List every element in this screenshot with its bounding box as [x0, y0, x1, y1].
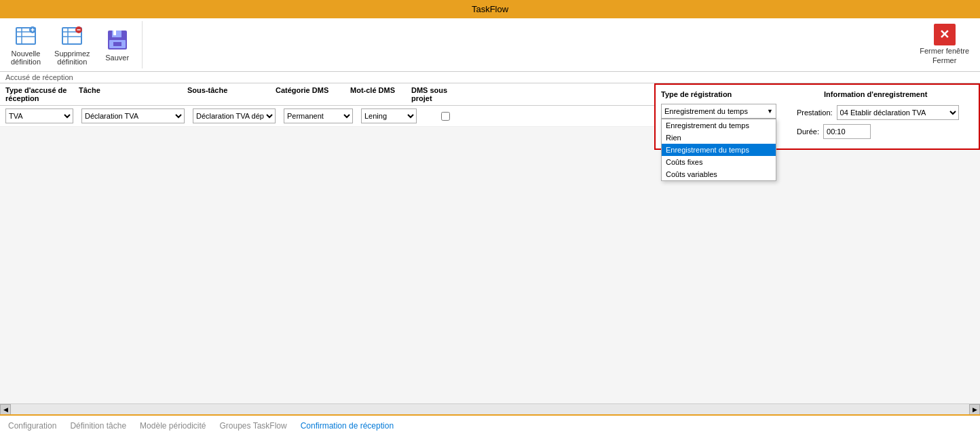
close-icon: ✕	[934, 24, 956, 45]
right-panel-headers: Type de régistration Information d'enreg…	[661, 90, 973, 98]
sauver-button[interactable]: Sauver	[98, 25, 136, 64]
categorie-dms-cell: Permanent	[284, 108, 358, 123]
header-tache: Tâche	[79, 86, 187, 102]
sous-tache-cell: Déclaration TVA dépo	[193, 108, 281, 123]
registration-type-container: Enregistrement du temps ▼ Enregistrement…	[661, 104, 776, 119]
fermer-sub-label: Fermer	[932, 56, 956, 64]
fermer-fenetre-button[interactable]: ✕ Fermer fenêtre Fermer	[914, 21, 975, 68]
fermer-fenetre-label: Fermer fenêtre	[920, 47, 969, 55]
prestation-label: Prestation:	[797, 108, 833, 117]
dropdown-item-couts-variables[interactable]: Coûts variables	[662, 168, 776, 180]
scroll-right-arrow[interactable]: ▶	[969, 404, 980, 415]
tab-modele-periodicite[interactable]: Modèle périodicité	[140, 420, 206, 432]
dms-sous-projet-cell	[425, 109, 466, 123]
dropdown-selected-text: Enregistrement du temps	[664, 107, 748, 115]
header-dms-sous-projet: DMS sousprojet	[411, 86, 452, 102]
registration-info-container: Prestation: 04 Etablir déclaration TVA D…	[797, 105, 959, 143]
scroll-left-arrow[interactable]: ◀	[0, 404, 11, 415]
sous-tache-select[interactable]: Déclaration TVA dépo	[193, 108, 276, 123]
save-icon	[105, 28, 130, 52]
dropdown-item-enregistrement2[interactable]: Enregistrement du temps	[662, 144, 776, 156]
bottom-tabs: Configuration Définition tâche Modèle pé…	[0, 414, 980, 436]
dropdown-item-enregistrement[interactable]: Enregistrement du temps	[662, 119, 776, 132]
mot-cle-dms-select[interactable]: Lening	[361, 108, 417, 123]
toolbar: Nouvelledéfinition Supprimezdéfinition	[0, 18, 980, 72]
supprimez-definition-button[interactable]: Supprimezdéfinition	[49, 21, 96, 68]
header-type-registration: Type de régistration	[661, 90, 783, 98]
dropdown-list: Enregistrement du temps Rien Enregistrem…	[661, 119, 776, 181]
tab-confirmation-reception[interactable]: Confirmation de réception	[301, 420, 394, 432]
dms-sous-projet-checkbox[interactable]	[441, 112, 450, 121]
prestation-row: Prestation: 04 Etablir déclaration TVA	[797, 105, 959, 120]
prestation-select[interactable]: 04 Etablir déclaration TVA	[837, 105, 959, 120]
supprimez-definition-label: Supprimezdéfinition	[54, 49, 90, 66]
sauver-label: Sauver	[105, 54, 129, 62]
tache-cell: Déclaration TVA	[81, 108, 190, 123]
duree-label: Durée:	[797, 127, 819, 136]
right-panel: Type de régistration Information d'enreg…	[654, 83, 980, 150]
type-accuse-cell: TVA	[5, 108, 79, 123]
chevron-down-icon: ▼	[767, 108, 773, 115]
new-table-icon	[14, 24, 38, 48]
tab-configuration[interactable]: Configuration	[8, 420, 56, 432]
dropdown-item-couts-fixes[interactable]: Coûts fixes	[662, 156, 776, 168]
tab-definition-tache[interactable]: Définition tâche	[70, 420, 126, 432]
header-info-enregistrement: Information d'enregistrement	[824, 90, 960, 98]
nouvelle-definition-button[interactable]: Nouvelledéfinition	[5, 21, 46, 68]
section-label: Accusé de réception	[0, 72, 980, 83]
svg-rect-15	[113, 31, 116, 35]
main-content	[0, 127, 980, 403]
toolbar-group-main: Nouvelledéfinition Supprimezdéfinition	[5, 21, 143, 68]
delete-table-icon	[60, 24, 84, 48]
header-mot-cle-dms: Mot-clé DMS	[350, 86, 411, 102]
dropdown-item-rien[interactable]: Rien	[662, 132, 776, 144]
header-type-accuse: Type d'accusé deréception	[5, 86, 79, 102]
tab-groupes-taskflow[interactable]: Groupes TaskFlow	[220, 420, 287, 432]
scroll-track[interactable]	[11, 404, 969, 415]
app-title: TaskFlow	[472, 4, 508, 14]
categorie-dms-select[interactable]: Permanent	[284, 108, 353, 123]
svg-rect-17	[113, 42, 121, 46]
type-accuse-select[interactable]: TVA	[5, 108, 73, 123]
duree-input[interactable]	[823, 124, 871, 139]
nouvelle-definition-label: Nouvelledéfinition	[11, 49, 41, 66]
header-area: Type d'accusé deréception Tâche Sous-tâc…	[0, 83, 980, 127]
dropdown-display[interactable]: Enregistrement du temps ▼	[661, 104, 776, 119]
title-bar: TaskFlow	[0, 0, 980, 18]
duree-row: Durée:	[797, 124, 959, 139]
horizontal-scrollbar[interactable]: ◀ ▶	[0, 403, 980, 414]
mot-cle-dms-cell: Lening	[361, 108, 422, 123]
tache-select[interactable]: Déclaration TVA	[81, 108, 185, 123]
header-categorie-dms: Catégorie DMS	[276, 86, 350, 102]
header-sous-tache: Sous-tâche	[187, 86, 276, 102]
registration-type-dropdown[interactable]: Enregistrement du temps ▼ Enregistrement…	[661, 104, 776, 119]
